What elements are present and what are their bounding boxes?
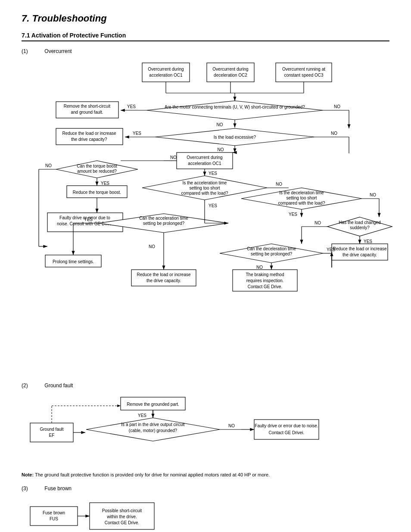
- svg-text:FUS: FUS: [50, 516, 58, 521]
- svg-text:Faulty drive or error due to n: Faulty drive or error due to noise.: [255, 423, 318, 428]
- svg-text:the drive capacity.: the drive capacity.: [342, 252, 377, 257]
- svg-text:The braking method: The braking method: [246, 272, 284, 277]
- section-groundfault-label: (2) Ground fault: [22, 383, 389, 389]
- svg-text:NO: NO: [314, 221, 321, 225]
- note-text: Note: The ground fault protective functi…: [22, 471, 389, 479]
- svg-text:Reduce the load or increase: Reduce the load or increase: [62, 131, 116, 136]
- svg-text:amount be reduced?: amount be reduced?: [77, 169, 117, 174]
- svg-rect-136: [254, 420, 319, 439]
- groundfault-flowchart: Remove the grounded part. YES Ground fau…: [22, 393, 389, 463]
- svg-rect-4: [207, 63, 254, 82]
- svg-text:Contact GE Drive.: Contact GE Drive.: [248, 284, 283, 289]
- svg-text:acceleration OC1: acceleration OC1: [188, 161, 221, 166]
- svg-text:requires inspection.: requires inspection.: [246, 278, 284, 283]
- svg-text:YES: YES: [127, 104, 136, 109]
- svg-text:Fuse brown: Fuse brown: [43, 510, 65, 515]
- svg-text:Reduce the load or increase: Reduce the load or increase: [137, 272, 191, 277]
- svg-text:NO: NO: [276, 182, 282, 187]
- svg-text:NO: NO: [149, 244, 155, 249]
- svg-text:Can the torque boost: Can the torque boost: [77, 164, 117, 168]
- svg-text:YES: YES: [84, 217, 93, 222]
- svg-text:NO: NO: [228, 423, 235, 428]
- svg-text:and ground fault.: and ground fault.: [71, 110, 103, 115]
- section-overcurrent-label: (1) Overcurrent: [22, 48, 389, 54]
- svg-text:setting be prolonged?: setting be prolonged?: [143, 221, 185, 226]
- svg-text:Overcurrent running at: Overcurrent running at: [282, 67, 325, 72]
- svg-text:Can the acceleration time: Can the acceleration time: [139, 216, 188, 221]
- svg-text:Contact GE Drive.: Contact GE Drive.: [105, 520, 140, 525]
- svg-text:suddenly?: suddenly?: [350, 225, 370, 230]
- svg-text:YES: YES: [133, 131, 141, 136]
- svg-marker-15: [146, 101, 323, 120]
- svg-text:Is the acceleration time: Is the acceleration time: [183, 180, 227, 185]
- svg-text:EF: EF: [49, 433, 55, 438]
- svg-text:NO: NO: [331, 131, 337, 136]
- svg-text:NO: NO: [170, 155, 177, 160]
- svg-text:Are the motor connecting termi: Are the motor connecting terminals (U, V…: [165, 105, 305, 109]
- svg-text:NO: NO: [370, 193, 376, 197]
- svg-text:Is the deceleration time: Is the deceleration time: [279, 190, 324, 195]
- svg-text:NO: NO: [217, 122, 223, 127]
- page-title: 7. Troubleshooting: [22, 13, 389, 24]
- svg-text:Overcurrent during: Overcurrent during: [187, 155, 222, 160]
- svg-text:setting too short: setting too short: [286, 196, 317, 200]
- svg-text:YES: YES: [209, 171, 217, 176]
- svg-text:compared with the load?: compared with the load?: [181, 191, 228, 196]
- svg-rect-7: [276, 63, 332, 82]
- svg-text:YES: YES: [101, 181, 109, 186]
- svg-rect-126: [30, 423, 73, 442]
- svg-text:Reduce the load or increase: Reduce the load or increase: [333, 246, 387, 251]
- svg-text:Overcurrent during: Overcurrent during: [212, 67, 248, 72]
- svg-text:(cable, motor) grounded?: (cable, motor) grounded?: [129, 428, 177, 433]
- svg-text:Reduce the torque boost.: Reduce the torque boost.: [73, 190, 121, 195]
- svg-text:Overcurrent during: Overcurrent during: [148, 67, 184, 72]
- svg-rect-143: [30, 507, 78, 526]
- svg-text:Remove the short-circuit: Remove the short-circuit: [64, 104, 111, 109]
- svg-text:YES: YES: [209, 203, 217, 208]
- section-heading: 7.1 Activation of Protective Function: [22, 32, 389, 41]
- svg-rect-1: [142, 63, 190, 82]
- svg-text:NO: NO: [45, 163, 52, 168]
- svg-text:YES: YES: [364, 239, 372, 244]
- svg-text:Has the load changed: Has the load changed: [339, 220, 380, 225]
- svg-text:Ground fault: Ground fault: [40, 427, 63, 432]
- svg-text:NO: NO: [218, 147, 224, 152]
- svg-text:setting be prolonged?: setting be prolonged?: [251, 252, 293, 256]
- svg-text:Possible short-circuit: Possible short-circuit: [102, 508, 142, 513]
- svg-text:NO: NO: [256, 265, 263, 270]
- svg-text:Prolong time settings.: Prolong time settings.: [53, 259, 94, 264]
- svg-text:Remove the grounded part.: Remove the grounded part.: [127, 402, 179, 407]
- svg-text:the drive capacity.: the drive capacity.: [146, 278, 181, 283]
- svg-text:YES: YES: [289, 212, 297, 217]
- svg-text:Contact GE Drivei.: Contact GE Drivei.: [269, 430, 305, 435]
- svg-text:setting too short: setting too short: [189, 186, 220, 190]
- svg-text:within the drive.: within the drive.: [106, 514, 137, 519]
- svg-text:compared with the load?: compared with the load?: [278, 201, 325, 205]
- svg-text:YES: YES: [138, 413, 146, 418]
- overcurrent-flowchart: Overcurrent during acceleration OC1 Over…: [22, 59, 389, 374]
- svg-text:YES: YES: [327, 247, 335, 252]
- svg-text:deceleration OC2: deceleration OC2: [214, 73, 247, 78]
- svg-text:constant speed OC3: constant speed OC3: [284, 73, 324, 78]
- fusebrown-flowchart: Fuse brown FUS Possible short-circuit wi…: [22, 496, 389, 532]
- svg-text:Is a part in the drive output : Is a part in the drive output circuit: [121, 422, 185, 427]
- svg-text:acceleration OC1: acceleration OC1: [149, 73, 183, 78]
- svg-text:the drive capacity?: the drive capacity?: [71, 137, 107, 142]
- svg-text:Is the load excessive?: Is the load excessive?: [214, 135, 256, 140]
- svg-text:NO: NO: [334, 104, 340, 109]
- section-fusebrown-label: (3) Fuse brown: [22, 485, 389, 492]
- svg-text:Can the deceleration time: Can the deceleration time: [247, 246, 296, 251]
